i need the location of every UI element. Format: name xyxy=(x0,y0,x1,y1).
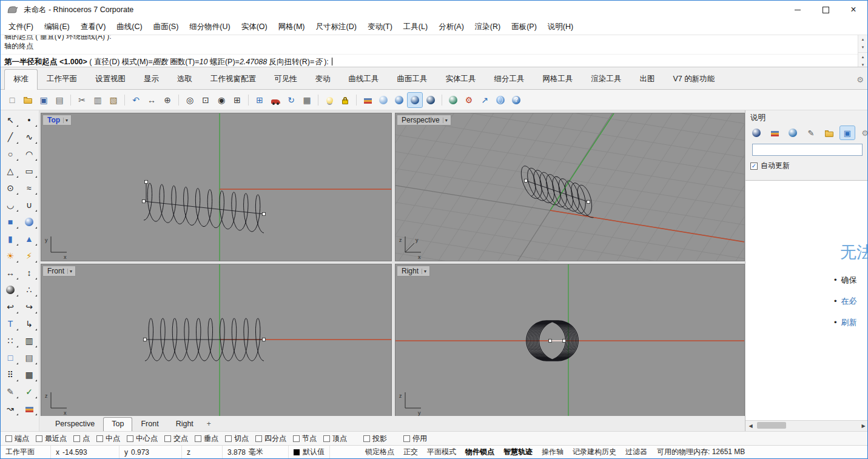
libraries-tab-icon[interactable] xyxy=(822,126,836,139)
checkbox-unchecked-icon[interactable] xyxy=(225,435,232,442)
fillet-curve-icon[interactable]: ◡ xyxy=(2,197,19,213)
menu-item[interactable]: 曲面(S) xyxy=(148,19,184,35)
named-views-icon[interactable]: ▦ xyxy=(300,93,314,107)
rendered-sphere-icon[interactable] xyxy=(408,93,422,107)
toolbar-tab[interactable]: 细分工具 xyxy=(485,69,534,89)
copy-icon[interactable]: ▥ xyxy=(90,93,105,107)
command-prompt[interactable]: 第一半径和起点 <1.000> ( 直径(D) 模式(M)=圈数 圈数(T)=1… xyxy=(1,54,867,67)
spinner-up-icon[interactable]: ▲ xyxy=(858,52,867,61)
toolbar-tab[interactable]: 选取 xyxy=(168,69,201,89)
help-hscrollbar[interactable]: ◀ ▶ xyxy=(745,420,868,431)
hatch-icon[interactable]: ▤ xyxy=(21,350,38,366)
menu-item[interactable]: 实体(O) xyxy=(236,19,273,35)
helix-icon[interactable]: ≈ xyxy=(21,180,38,196)
osnap-item[interactable]: 端点 xyxy=(5,434,29,444)
menu-item[interactable]: 分析(A) xyxy=(433,19,469,35)
viewport-tab[interactable]: Top xyxy=(103,417,132,431)
toolbar-tab[interactable]: 渲染工具 xyxy=(582,69,631,89)
toolbar-tab[interactable]: V7 的新功能 xyxy=(664,69,724,89)
minimize-button[interactable] xyxy=(784,1,812,19)
cplane-button[interactable]: 工作平面 xyxy=(1,446,51,458)
help-bullet[interactable]: 在必 xyxy=(834,296,857,307)
checkbox-unchecked-icon[interactable] xyxy=(293,435,300,442)
checkbox-unchecked-icon[interactable] xyxy=(127,435,133,442)
sketch-icon[interactable]: ✎ xyxy=(2,384,19,400)
toolbar-options-gear-icon[interactable]: ⚙ xyxy=(856,75,864,84)
earth-globe-icon[interactable] xyxy=(493,93,508,107)
scroll-left-icon[interactable]: ◀ xyxy=(745,423,756,429)
curve-icon[interactable]: ∿ xyxy=(21,129,38,145)
circle-icon[interactable]: ○ xyxy=(2,146,19,162)
help-bullet-text[interactable]: 在必 xyxy=(841,297,857,306)
spinner-down-icon[interactable]: ▼ xyxy=(858,61,867,67)
chevron-down-icon[interactable]: ▾ xyxy=(63,118,70,123)
viewport-tab[interactable]: Right xyxy=(167,417,202,431)
chevron-down-icon[interactable]: ▾ xyxy=(67,269,74,274)
checkbox-unchecked-icon[interactable] xyxy=(73,435,80,442)
menu-item[interactable]: 查看(V) xyxy=(75,19,112,35)
rotate-view-icon[interactable]: ↻ xyxy=(284,93,298,107)
shaded-sphere-icon[interactable] xyxy=(392,93,406,107)
extrude-icon[interactable]: □ xyxy=(2,350,19,366)
toolbar-tab[interactable]: 可见性 xyxy=(265,69,306,89)
auto-update-row[interactable]: ✓ 自动更新 xyxy=(745,159,868,175)
wireframe-sphere-icon[interactable] xyxy=(376,93,391,107)
print-icon[interactable]: ▤ xyxy=(52,93,67,107)
columns-icon[interactable]: ▦ xyxy=(21,367,38,383)
gumball-icon[interactable]: ↗ xyxy=(477,93,492,107)
lights-bulb-icon[interactable] xyxy=(322,93,337,107)
status-toggle[interactable]: 智慧轨迹 xyxy=(503,447,533,457)
lock-icon[interactable] xyxy=(338,93,352,107)
menu-item[interactable]: 工具(L) xyxy=(398,19,433,35)
viewport-perspective[interactable]: Perspective ▾ zxy xyxy=(395,113,745,261)
units-label[interactable]: 毫米 xyxy=(249,447,263,457)
panel-gear-icon[interactable]: ⚙ xyxy=(858,126,868,139)
new-file-icon[interactable]: □ xyxy=(5,93,19,107)
check-icon[interactable]: ✓ xyxy=(21,384,38,400)
save-icon[interactable]: ▣ xyxy=(36,93,51,107)
osnap-item[interactable]: 投影 xyxy=(363,434,387,444)
maximize-button[interactable] xyxy=(812,1,839,19)
checkbox-unchecked-icon[interactable] xyxy=(164,435,171,442)
checkbox-checked-icon[interactable]: ✓ xyxy=(750,162,758,170)
grid-points-icon[interactable]: ⠿ xyxy=(2,367,19,383)
spark-icon[interactable]: ⚡ xyxy=(21,248,38,264)
move-view-icon[interactable]: ⊕ xyxy=(160,93,175,107)
explode-icon[interactable]: ☀ xyxy=(2,248,19,264)
checkbox-unchecked-icon[interactable] xyxy=(36,435,42,442)
zoom-dynamic-icon[interactable]: ◎ xyxy=(183,93,197,107)
command-prompt-segment[interactable]: 反向扭转(R)= xyxy=(267,58,314,66)
layers-tab-icon[interactable] xyxy=(767,126,782,139)
arc-icon[interactable]: ◠ xyxy=(21,146,38,162)
checkbox-unchecked-icon[interactable] xyxy=(323,435,330,442)
boolean-sphere-icon[interactable] xyxy=(2,282,19,298)
toolbar-tab[interactable]: 出图 xyxy=(631,69,664,89)
close-button[interactable]: × xyxy=(839,1,867,19)
toolbar-tab[interactable]: 设置视图 xyxy=(86,69,135,89)
box-icon[interactable]: ■ xyxy=(2,214,19,230)
osnap-item[interactable]: 最近点 xyxy=(36,434,67,444)
render-icon[interactable] xyxy=(446,93,460,107)
osnap-item[interactable]: 四分点 xyxy=(255,434,286,444)
viewport-title-perspective[interactable]: Perspective ▾ xyxy=(397,115,451,126)
toolbar-tab[interactable]: 曲面工具 xyxy=(388,69,437,89)
status-toggle[interactable]: 操作轴 xyxy=(542,447,564,457)
undo-icon[interactable]: ↶ xyxy=(129,93,143,107)
viewport-title-top[interactable]: Top ▾ xyxy=(42,115,72,126)
move-icon[interactable]: ↔ xyxy=(2,265,19,281)
status-toggle[interactable]: 锁定格点 xyxy=(365,447,394,457)
checkbox-unchecked-icon[interactable] xyxy=(403,435,410,442)
toolbar-tab[interactable]: 实体工具 xyxy=(437,69,485,89)
viewport-title-right[interactable]: Right ▾ xyxy=(397,266,430,276)
toolbar-tab[interactable]: 曲线工具 xyxy=(340,69,388,89)
open-file-icon[interactable] xyxy=(21,93,35,107)
toolbar-tab[interactable]: 标准 xyxy=(4,69,38,90)
command-prompt-segment[interactable]: 圈数(T)= xyxy=(168,58,200,66)
osnap-item[interactable]: 垂点 xyxy=(195,434,218,444)
osnap-item[interactable]: 中点 xyxy=(96,434,120,444)
command-prompt-segment[interactable]: 模式(M)= xyxy=(122,58,153,66)
viewport-right[interactable]: Right ▾ zy xyxy=(395,264,745,417)
status-toggle[interactable]: 平面模式 xyxy=(427,447,456,457)
drag-icon[interactable]: ↕ xyxy=(21,265,38,281)
toolbar-tab[interactable]: 变动 xyxy=(306,69,340,89)
